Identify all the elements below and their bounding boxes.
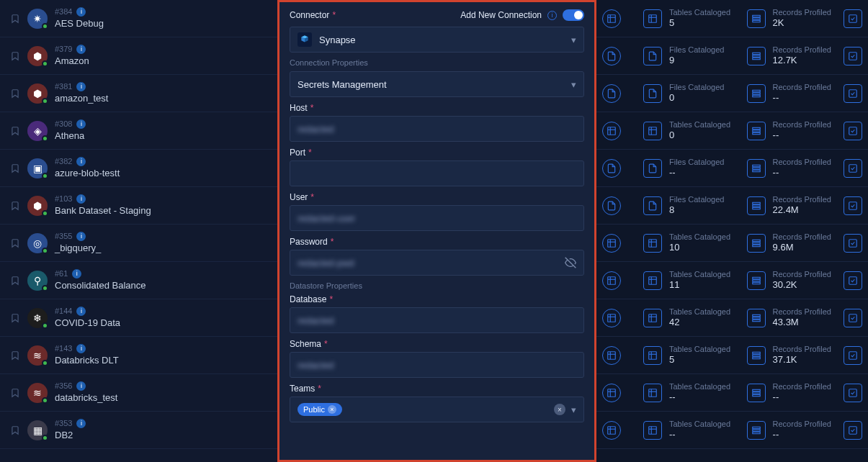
- datastore-item[interactable]: ⬢ #381 i amazon_test: [0, 75, 277, 112]
- bookmark-icon[interactable]: [10, 425, 20, 435]
- info-badge-icon[interactable]: i: [76, 344, 86, 353]
- schema-input[interactable]: redacted: [290, 352, 584, 378]
- profiled-value: 37.1K: [773, 354, 831, 366]
- profiled-label: Records Profiled: [773, 307, 831, 317]
- datastore-id: #381: [55, 81, 72, 92]
- records-icon: [747, 384, 766, 402]
- table-icon: [643, 271, 662, 290]
- bookmark-icon[interactable]: [10, 201, 20, 211]
- info-badge-icon[interactable]: i: [76, 381, 86, 391]
- connector-select[interactable]: Synapse ▾: [290, 27, 584, 53]
- svg-rect-15: [752, 90, 760, 91]
- svg-rect-66: [849, 314, 857, 322]
- profiled-value: --: [773, 167, 831, 179]
- svg-rect-13: [752, 58, 760, 59]
- datastore-item[interactable]: ≋ #143 i Databricks DLT: [0, 337, 277, 374]
- info-badge-icon[interactable]: i: [76, 119, 86, 129]
- check-icon: [844, 9, 862, 28]
- datastore-item[interactable]: ⚲ #61 i Consolidated Balance: [0, 262, 277, 299]
- svg-rect-87: [608, 426, 616, 434]
- svg-rect-65: [752, 320, 760, 321]
- info-badge-icon[interactable]: i: [76, 45, 86, 54]
- svg-rect-12: [752, 55, 760, 56]
- add-connection-toggle[interactable]: [563, 9, 584, 21]
- datastore-id: #144: [55, 306, 72, 317]
- bookmark-icon[interactable]: [10, 126, 20, 136]
- svg-rect-63: [752, 314, 760, 316]
- svg-rect-22: [649, 127, 657, 135]
- info-badge-icon[interactable]: i: [76, 157, 86, 166]
- user-input[interactable]: redacted-user: [290, 205, 584, 231]
- svg-rect-29: [752, 165, 760, 166]
- svg-rect-84: [752, 391, 760, 393]
- bookmark-icon[interactable]: [10, 51, 20, 61]
- profiled-label: Records Profiled: [773, 157, 831, 167]
- datastore-item[interactable]: ❄ #144 i COVID-19 Data: [0, 299, 277, 337]
- svg-rect-28: [849, 127, 857, 135]
- table-icon: [643, 9, 662, 28]
- port-input[interactable]: [290, 160, 584, 186]
- bookmark-icon[interactable]: [10, 276, 20, 286]
- profiled-label: Records Profiled: [773, 45, 831, 55]
- svg-rect-67: [608, 351, 616, 359]
- datastore-id: #61: [55, 268, 68, 279]
- status-dot: [42, 397, 48, 404]
- info-badge-icon[interactable]: i: [76, 419, 86, 428]
- cataloged-value: 11: [669, 279, 730, 291]
- datastore-item[interactable]: ✷ #384 i AES Debug: [0, 0, 277, 37]
- bookmark-icon[interactable]: [10, 350, 20, 361]
- remove-chip-icon[interactable]: ×: [328, 405, 336, 414]
- svg-rect-11: [752, 53, 760, 54]
- datastore-item[interactable]: ⬢ #379 i Amazon: [0, 37, 277, 75]
- info-badge-icon[interactable]: i: [72, 269, 81, 278]
- password-input[interactable]: redacted-pwd: [290, 250, 584, 276]
- team-chip[interactable]: Public ×: [297, 403, 342, 416]
- eye-off-icon[interactable]: [565, 257, 576, 268]
- database-input[interactable]: redacted: [290, 307, 584, 333]
- bookmark-icon[interactable]: [10, 163, 20, 173]
- bookmark-icon[interactable]: [10, 89, 20, 99]
- secrets-management-select[interactable]: Secrets Management ▾: [290, 71, 584, 97]
- info-badge-icon[interactable]: i: [76, 307, 86, 316]
- svg-rect-80: [649, 389, 657, 397]
- context-icon: [602, 271, 621, 290]
- teams-select[interactable]: Public × × ▾: [290, 397, 584, 422]
- datastore-item[interactable]: ◎ #355 i _bigquery_: [0, 225, 277, 262]
- info-badge-icon[interactable]: i: [76, 194, 86, 204]
- bookmark-icon[interactable]: [10, 14, 20, 24]
- info-icon[interactable]: i: [547, 11, 557, 20]
- datastore-item[interactable]: ▣ #382 i azure-blob-testt: [0, 150, 277, 187]
- connection-properties-label: Connection Properties: [290, 58, 584, 67]
- svg-rect-94: [752, 429, 760, 430]
- datastore-name: _bigquery_: [55, 242, 267, 255]
- cataloged-value: 0: [669, 92, 724, 104]
- clear-teams-icon[interactable]: ×: [554, 404, 565, 415]
- datastore-item[interactable]: ▦ #353 i DB2: [0, 412, 277, 449]
- info-badge-icon[interactable]: i: [76, 82, 86, 91]
- check-icon: [844, 309, 862, 327]
- cataloged-label: Tables Cataloged: [669, 119, 730, 130]
- cataloged-label: Tables Cataloged: [669, 307, 730, 317]
- check-icon: [844, 384, 862, 402]
- info-badge-icon[interactable]: i: [76, 7, 86, 17]
- info-badge-icon[interactable]: i: [76, 232, 86, 241]
- svg-rect-43: [752, 240, 760, 241]
- profiled-label: Records Profiled: [773, 119, 831, 130]
- svg-rect-47: [608, 276, 616, 284]
- host-input[interactable]: redacted: [290, 116, 584, 142]
- svg-rect-10: [849, 14, 857, 22]
- bookmark-icon[interactable]: [10, 238, 20, 248]
- datastore-item[interactable]: ≋ #356 i databricks_test: [0, 374, 277, 412]
- status-dot: [42, 98, 48, 104]
- status-dot: [42, 322, 48, 329]
- bookmark-icon[interactable]: [10, 388, 20, 398]
- context-icon: [602, 47, 621, 65]
- datastore-icon: ⬢: [27, 196, 48, 216]
- cataloged-label: Files Cataloged: [669, 157, 724, 167]
- datastore-id: #382: [55, 156, 72, 167]
- datastore-item[interactable]: ◈ #308 i Athena: [0, 112, 277, 150]
- svg-rect-46: [849, 239, 857, 247]
- datastore-item[interactable]: ⬢ #103 i Bank Dataset - Staging: [0, 187, 277, 225]
- bookmark-icon[interactable]: [10, 313, 20, 323]
- datastore-icon: ⚲: [27, 271, 48, 291]
